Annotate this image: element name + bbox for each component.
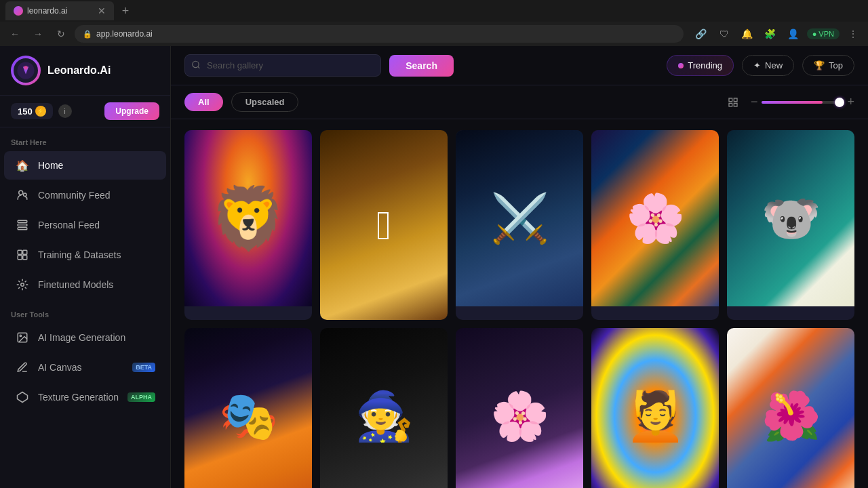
item-8-slash-button[interactable]: / [533, 333, 553, 354]
sidebar-item-finetuned[interactable]: Finetuned Models [4, 270, 166, 299]
svg-rect-9 [18, 256, 22, 260]
gallery-item-9[interactable]: 💆 ⌘ / ⤢ [591, 328, 719, 488]
gallery-grid: 🦁 ⌘ / ⤢ 𓀀 ⌘ / [184, 130, 854, 488]
sidebar-item-training[interactable]: Training & Datasets [4, 241, 166, 269]
item-4-cmd-button[interactable]: ⌘ [669, 136, 689, 156]
gallery-item-8[interactable]: 🌸 ⌘ / ⤢ [456, 328, 583, 488]
sidebar-item-community-feed[interactable]: Community Feed [4, 181, 166, 209]
item-7-actions: / ⤢ [397, 333, 442, 354]
item-1-cmd-button[interactable]: ⌘ [237, 136, 258, 156]
item-6-cmd-button[interactable]: ⌘ [237, 333, 258, 354]
sidebar-item-training-label: Training & Datasets [38, 249, 155, 260]
item-5-actions: ⌘ / [804, 136, 849, 156]
item-6-slash-button[interactable]: / [262, 333, 282, 354]
community-feed-icon [15, 188, 30, 203]
search-button[interactable]: Search [389, 55, 454, 77]
search-container [184, 54, 381, 77]
vpn-badge: ● VPN [807, 28, 840, 39]
tab-close-btn[interactable]: ✕ [98, 5, 106, 16]
profile-icon[interactable]: 👤 [784, 24, 803, 43]
item-1-slash-button[interactable]: / [262, 136, 282, 156]
gallery-item-10[interactable]: 🌺 ⌘ [727, 328, 854, 488]
back-button[interactable]: ← [5, 24, 24, 43]
menu-icon[interactable]: ⋮ [844, 24, 863, 43]
gallery-item-7[interactable]: 🧙 / ⤢ [320, 328, 448, 488]
ai-canvas-icon [15, 360, 30, 375]
sidebar-item-home[interactable]: 🏠 Home [4, 151, 166, 180]
address-bar[interactable]: 🔒 app.leonardo.ai [75, 25, 684, 43]
item-5-slash-button[interactable]: / [829, 136, 849, 156]
item-6-expand-button[interactable]: ⤢ [286, 333, 307, 354]
new-button[interactable]: ✦ New [742, 55, 794, 76]
gallery-item-4[interactable]: 🌸 ⌘ ⤢ [591, 130, 719, 320]
reload-button[interactable]: ↻ [52, 24, 71, 43]
all-filter-tab[interactable]: All [184, 93, 223, 111]
size-slider: − + [751, 95, 854, 109]
item-2-cmd-button[interactable]: ⌘ [373, 136, 393, 156]
browser-nav-bar: ← → ↻ 🔒 app.leonardo.ai 🔗 🛡 🔔 🧩 👤 ● VPN … [0, 22, 868, 46]
svg-point-15 [193, 61, 199, 67]
logo-svg [16, 61, 35, 80]
forward-button[interactable]: → [28, 24, 47, 43]
item-3-slash-button[interactable]: / [533, 136, 553, 156]
new-tab-button[interactable]: + [117, 2, 134, 20]
item-8-cmd-button[interactable]: ⌘ [509, 333, 529, 354]
top-button[interactable]: 🏆 Top [802, 55, 854, 76]
grid-view-button[interactable] [724, 93, 743, 112]
item-1-actions: ⌘ / ⤢ [237, 136, 307, 156]
brand-name: Leonardo.Ai [47, 64, 111, 77]
item-2-expand-button[interactable]: ⤢ [422, 136, 442, 156]
slider-minus-button[interactable]: − [751, 95, 758, 109]
upgrade-button[interactable]: Upgrade [104, 102, 159, 120]
gallery-item-6[interactable]: 🎭 ⌘ / ⤢ [184, 328, 312, 488]
slider-track[interactable] [762, 101, 843, 104]
active-tab[interactable]: leonardo.ai ✕ [5, 1, 114, 20]
svg-line-16 [198, 66, 200, 68]
item-4-expand-button[interactable]: ⤢ [693, 136, 713, 156]
extensions-icon[interactable]: 🧩 [761, 24, 780, 43]
item-7-slash-button[interactable]: / [397, 333, 418, 354]
item-9-cmd-button[interactable]: ⌘ [644, 333, 665, 354]
tab-favicon [14, 6, 23, 16]
gallery-item-1[interactable]: 🦁 ⌘ / ⤢ [184, 130, 312, 320]
gallery-item-5[interactable]: 🐨 ⌘ / [727, 130, 854, 320]
item-3-expand-button[interactable]: ⤢ [557, 136, 578, 156]
item-7-expand-button[interactable]: ⤢ [422, 333, 442, 354]
browser-actions: 🔗 🛡 🔔 🧩 👤 ● VPN ⋮ [692, 24, 863, 43]
notification-icon[interactable]: 🔔 [738, 24, 757, 43]
sidebar-item-personal-feed[interactable]: Personal Feed [4, 211, 166, 239]
item-1-expand-button[interactable]: ⤢ [286, 136, 307, 156]
trending-button[interactable]: Trending [667, 55, 734, 76]
gallery-item-3[interactable]: ⚔️ ⌘ / ⤢ [456, 130, 583, 320]
sidebar-item-ai-image[interactable]: AI Image Generation [4, 323, 166, 352]
slider-plus-button[interactable]: + [847, 95, 854, 109]
item-9-expand-button[interactable]: ⤢ [693, 333, 713, 354]
item-2-slash-button[interactable]: / [397, 136, 418, 156]
top-label: Top [829, 60, 843, 70]
item-10-cmd-button[interactable]: ⌘ [829, 333, 849, 354]
personal-feed-icon [15, 218, 30, 232]
gallery-item-2[interactable]: 𓀀 ⌘ / ⤢ [320, 130, 448, 320]
svg-rect-19 [729, 103, 732, 106]
main-content: Search Trending ✦ New 🏆 Top All Upscaled [171, 46, 868, 488]
logo [11, 56, 41, 85]
credits-info-button[interactable]: i [58, 104, 72, 118]
search-input[interactable] [184, 54, 381, 77]
item-9-slash-button[interactable]: / [669, 333, 689, 354]
svg-rect-18 [734, 98, 737, 102]
svg-rect-20 [734, 103, 737, 106]
sidebar-item-ai-canvas[interactable]: AI Canvas BETA [4, 353, 166, 382]
upscaled-filter-tab[interactable]: Upscaled [231, 92, 299, 112]
sidebar-item-texture[interactable]: Texture Generation ALPHA [4, 383, 166, 411]
item-5-cmd-button[interactable]: ⌘ [804, 136, 825, 156]
item-8-expand-button[interactable]: ⤢ [557, 333, 578, 354]
item-3-cmd-button[interactable]: ⌘ [509, 136, 529, 156]
svg-point-3 [24, 193, 27, 197]
search-icon [191, 60, 201, 71]
share-icon[interactable]: 🔗 [692, 24, 711, 43]
svg-rect-7 [18, 250, 22, 254]
svg-rect-4 [18, 220, 27, 222]
shield-icon[interactable]: 🛡 [715, 24, 734, 43]
beta-badge: BETA [132, 363, 155, 372]
credits-row: 150 ⚡ i Upgrade [0, 96, 170, 127]
